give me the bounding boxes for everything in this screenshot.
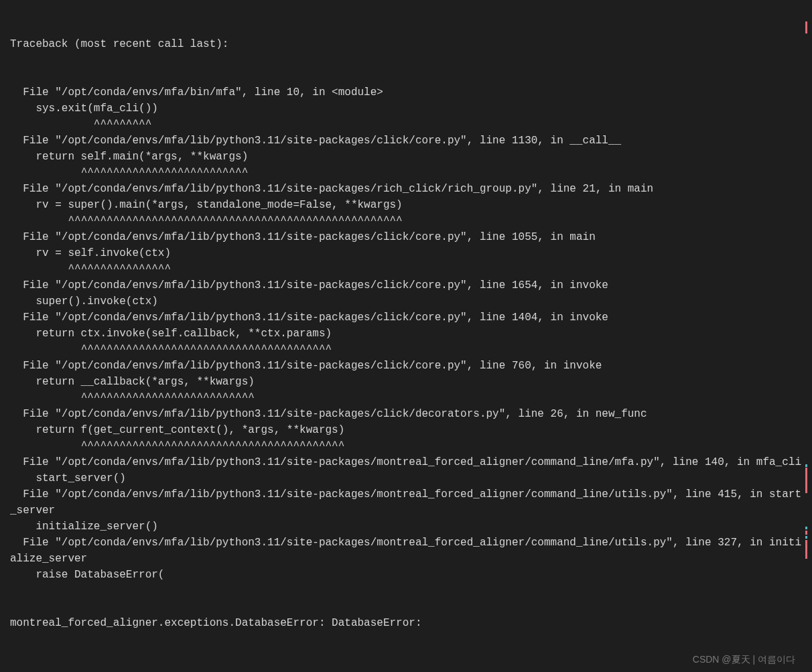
traceback-caret-line: ^^^^^^^^^^^^^^^^^^^^^^^^^^^ xyxy=(10,390,802,406)
traceback-file-line: File "/opt/conda/envs/mfa/lib/python3.11… xyxy=(10,454,802,470)
traceback-caret-line: ^^^^^^^^^^^^^^^^^^^^^^^^^^ xyxy=(10,165,802,181)
minimap-marker xyxy=(805,468,807,493)
traceback-caret-line: ^^^^^^^^^ xyxy=(10,117,802,133)
traceback-file-line: File "/opt/conda/envs/mfa/lib/python3.11… xyxy=(10,277,802,293)
traceback-file-line: File "/opt/conda/envs/mfa/lib/python3.11… xyxy=(10,486,802,519)
traceback-file-line: File "/opt/conda/envs/mfa/lib/python3.11… xyxy=(10,133,802,149)
traceback-frames: File "/opt/conda/envs/mfa/bin/mfa", line… xyxy=(10,84,802,583)
traceback-header: Traceback (most recent call last): xyxy=(10,36,802,52)
traceback-caret-line: ^^^^^^^^^^^^^^^^^^^^^^^^^^^^^^^^^^^^^^^^… xyxy=(10,438,802,454)
minimap-marker xyxy=(805,536,807,539)
blank-line xyxy=(10,663,802,672)
traceback-file-line: File "/opt/conda/envs/mfa/lib/python3.11… xyxy=(10,229,802,245)
traceback-file-line: File "/opt/conda/envs/mfa/lib/python3.11… xyxy=(10,406,802,422)
traceback-file-line: File "/opt/conda/envs/mfa/lib/python3.11… xyxy=(10,535,802,567)
minimap-marker xyxy=(805,531,807,535)
watermark-label: CSDN @夏天 | 여름이다 xyxy=(693,653,795,667)
traceback-code-line: super().invoke(ctx) xyxy=(10,293,802,310)
traceback-code-line: sys.exit(mfa_cli()) xyxy=(10,100,802,117)
traceback-code-line: rv = super().main(*args, standalone_mode… xyxy=(10,197,802,213)
traceback-file-line: File "/opt/conda/envs/mfa/lib/python3.11… xyxy=(10,358,802,374)
minimap-marker xyxy=(805,527,807,529)
scrollbar-minimap[interactable] xyxy=(803,0,812,672)
traceback-code-line: return __callback(*args, **kwargs) xyxy=(10,374,802,390)
traceback-caret-line: ^^^^^^^^^^^^^^^^^^^^^^^^^^^^^^^^^^^^^^^^… xyxy=(10,213,802,229)
traceback-code-line: return f(get_current_context(), *args, *… xyxy=(10,422,802,438)
traceback-code-line: return ctx.invoke(self.callback, **ctx.p… xyxy=(10,326,802,342)
traceback-file-line: File "/opt/conda/envs/mfa/lib/python3.11… xyxy=(10,310,802,326)
minimap-marker xyxy=(805,540,807,559)
traceback-code-line: return self.main(*args, **kwargs) xyxy=(10,149,802,165)
minimap-marker xyxy=(805,464,807,467)
traceback-code-line: rv = self.invoke(ctx) xyxy=(10,245,802,261)
exception-line: montreal_forced_aligner.exceptions.Datab… xyxy=(10,615,802,631)
traceback-file-line: File "/opt/conda/envs/mfa/bin/mfa", line… xyxy=(10,84,802,100)
traceback-caret-line: ^^^^^^^^^^^^^^^^ xyxy=(10,261,802,277)
terminal-output[interactable]: Traceback (most recent call last): File … xyxy=(0,0,812,672)
traceback-code-line: start_server() xyxy=(10,470,802,486)
traceback-code-line: raise DatabaseError( xyxy=(10,567,802,583)
minimap-marker xyxy=(805,21,807,33)
traceback-file-line: File "/opt/conda/envs/mfa/lib/python3.11… xyxy=(10,181,802,197)
traceback-caret-line: ^^^^^^^^^^^^^^^^^^^^^^^^^^^^^^^^^^^^^^^ xyxy=(10,342,802,358)
traceback-code-line: initialize_server() xyxy=(10,519,802,535)
